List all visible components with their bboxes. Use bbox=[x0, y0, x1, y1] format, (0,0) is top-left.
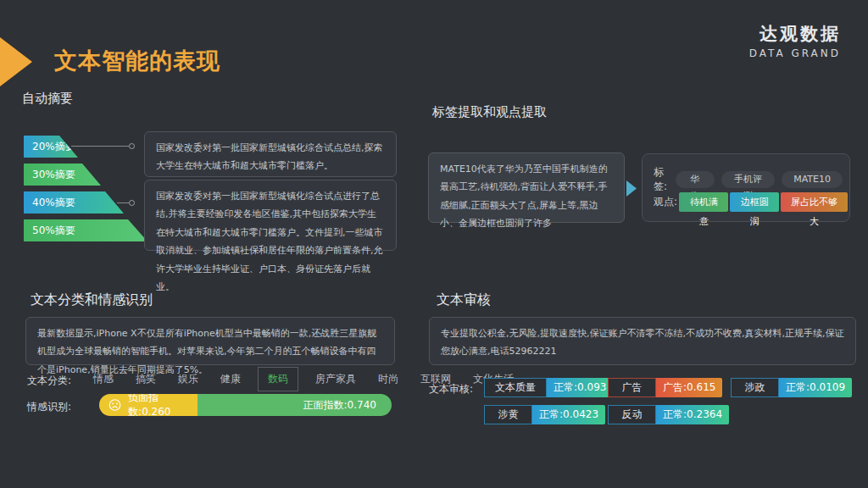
summary-heading: 自动摘要 bbox=[22, 91, 73, 107]
category-tab[interactable]: 时尚 bbox=[373, 372, 403, 386]
funnel-bar-30: 30%摘要 bbox=[24, 164, 101, 186]
tagging-result-panel: 标签: 华为 手机评测 MATE10 观点: 待机满意 边框圆润 屏占比不够大 bbox=[642, 153, 850, 222]
funnel-bar-20: 20%摘要 bbox=[24, 136, 78, 158]
review-badge-result: 广告:0.615 bbox=[656, 378, 722, 397]
classification-source-text: 最新数据显示,iPhone X不仅是所有iPhone机型当中最畅销的一款,还战胜… bbox=[25, 317, 395, 365]
summary-result-short: 国家发改委对第一批国家新型城镇化综合试点总结,探索大学生在特大城市和超大城市零门… bbox=[144, 131, 397, 177]
category-tab[interactable]: 搞笑 bbox=[131, 372, 161, 386]
opinions-row: 观点: 待机满意 边框圆润 屏占比不够大 bbox=[654, 192, 849, 212]
funnel-bar-50: 50%摘要 bbox=[24, 219, 147, 241]
review-badge-result: 正常:0.0423 bbox=[532, 405, 605, 424]
category-tab[interactable]: 情感 bbox=[88, 372, 119, 386]
connector-dot bbox=[129, 143, 135, 149]
categories-label: 文本分类: bbox=[27, 374, 71, 388]
slide: 文本智能的表现 达观数据 DATA GRAND 自动摘要 20%摘要 30%摘要… bbox=[0, 0, 868, 488]
tagging-source-text: MATE10代表了华为乃至中国手机制造的最高工艺,待机强劲,背面让人爱不释手,手… bbox=[428, 152, 625, 223]
negative-index-value: 负面指数:0.260 bbox=[128, 394, 197, 416]
category-tab-active[interactable]: 数码 bbox=[258, 367, 298, 391]
page-title: 文本智能的表现 bbox=[54, 46, 220, 76]
review-badge-name: 广告 bbox=[608, 378, 656, 397]
connector-dot bbox=[129, 200, 135, 206]
review-badge-quality: 文本质量 正常:0.093 bbox=[484, 378, 613, 397]
category-tab[interactable]: 娱乐 bbox=[173, 372, 203, 386]
tagging-heading: 标签提取和观点提取 bbox=[432, 104, 547, 120]
sentiment-negative-segment: 负面指数:0.260 bbox=[99, 394, 198, 416]
arrow-right-icon bbox=[626, 180, 637, 197]
sad-face-icon bbox=[108, 398, 121, 412]
category-tab[interactable]: 健康 bbox=[215, 372, 246, 386]
review-badge-politics: 涉政 正常:0.0109 bbox=[731, 378, 852, 397]
review-badge-porn: 涉黄 正常:0.0423 bbox=[484, 405, 605, 424]
review-badge-reactionary: 反动 正常:0.2364 bbox=[608, 405, 729, 424]
tag-pill: MATE10 bbox=[782, 171, 843, 188]
review-source-text: 专业提取公积金,无风险,提取速度快,保证账户不清零不冻结,不成功不收费,真实材料… bbox=[429, 317, 856, 365]
title-arrow-icon bbox=[0, 37, 32, 86]
opinions-label: 观点: bbox=[654, 195, 679, 209]
connector-line bbox=[117, 202, 129, 203]
review-badge-name: 涉政 bbox=[731, 378, 779, 397]
funnel-bar-40: 40%摘要 bbox=[24, 191, 124, 214]
connector-line bbox=[71, 146, 129, 147]
category-tab[interactable]: 房产家具 bbox=[310, 372, 361, 386]
review-badge-name: 文本质量 bbox=[484, 378, 547, 397]
review-heading: 文本审核 bbox=[437, 291, 491, 309]
positive-index-value: 正面指数:0.740 bbox=[303, 398, 376, 413]
review-badge-ad: 广告 广告:0.615 bbox=[608, 378, 722, 397]
review-badge-name: 反动 bbox=[608, 405, 656, 424]
classification-heading: 文本分类和情感识别 bbox=[31, 291, 153, 309]
sentiment-bar: 负面指数:0.260 正面指数:0.740 bbox=[99, 394, 392, 416]
review-row-label: 文本审核: bbox=[429, 382, 473, 396]
tag-pill: 手机评测 bbox=[721, 171, 776, 188]
tags-row: 标签: 华为 手机评测 MATE10 bbox=[654, 165, 849, 194]
review-badge-result: 正常:0.0109 bbox=[779, 378, 852, 397]
sentiment-positive-segment: 正面指数:0.740 bbox=[198, 394, 392, 416]
brand-logo: 达观数据 DATA GRAND bbox=[749, 22, 841, 59]
review-badge-result: 正常:0.093 bbox=[547, 378, 613, 397]
brand-logo-en: DATA GRAND bbox=[749, 47, 841, 59]
opinion-chip: 待机满意 bbox=[679, 192, 728, 212]
opinion-chip: 边框圆润 bbox=[730, 192, 779, 212]
summary-result-long: 国家发改委对第一批国家新型城镇化综合试点进行了总结,并将主要经验印发各地区借鉴,… bbox=[144, 180, 397, 251]
tags-label: 标签: bbox=[654, 165, 676, 194]
tag-pill: 华为 bbox=[676, 171, 715, 188]
review-badge-name: 涉黄 bbox=[484, 405, 532, 424]
review-badge-result: 正常:0.2364 bbox=[656, 405, 729, 424]
brand-logo-zh: 达观数据 bbox=[749, 22, 841, 46]
sentiment-label: 情感识别: bbox=[27, 400, 71, 414]
opinion-chip: 屏占比不够大 bbox=[781, 192, 848, 212]
